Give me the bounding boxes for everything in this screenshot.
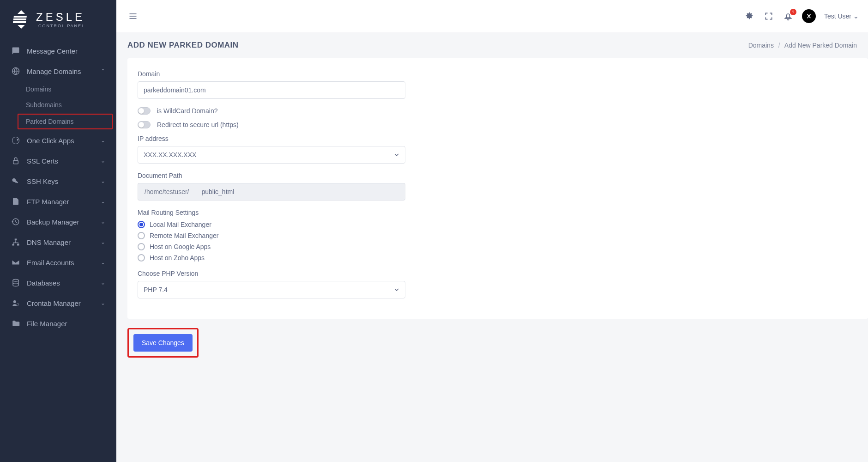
sidebar-sub-subdomains[interactable]: Subdomains [0,97,116,113]
svg-rect-8 [15,239,17,241]
svg-marker-0 [18,10,25,14]
lock-icon [11,156,20,165]
fullscreen-icon[interactable] [763,11,774,22]
chevron-up-icon: ⌃ [101,68,105,74]
chevron-down-icon: ⌄ [101,137,105,144]
radio-label: Host on Zoho Apps [150,254,205,261]
sidebar-item-ftp[interactable]: FTP Manager ⌄ [0,191,116,212]
svg-point-12 [13,300,16,303]
mail-routing-label: Mail Routing Settings [138,209,858,216]
user-avatar[interactable] [802,9,816,23]
logo-icon [11,9,31,30]
page-title: ADD NEW PARKED DOMAIN [127,41,239,50]
svg-rect-7 [13,160,18,164]
svg-point-11 [13,280,18,282]
sidebar-item-dns[interactable]: DNS Manager ⌄ [0,232,116,252]
chevron-down-icon: ⌄ [101,259,105,266]
breadcrumb-sep: / [778,42,780,49]
sidebar-label: FTP Manager [27,198,69,206]
svg-rect-10 [17,244,19,246]
sidebar-item-crontab[interactable]: Crontab Manager ⌄ [0,293,116,313]
sidebar-item-file-manager[interactable]: File Manager [0,313,116,334]
chevron-down-icon: ⌄ [101,198,105,205]
radio-local-mail[interactable]: Local Mail Exchanger [138,221,858,228]
form-card: Domain is WildCard Domain? Redirect to s… [127,58,868,319]
database-icon [11,278,20,287]
breadcrumb-root[interactable]: Domains [748,42,774,49]
sidebar-item-message-center[interactable]: Message Center [0,41,116,61]
sidebar-sub-domains[interactable]: Domains [0,81,116,97]
hamburger-icon[interactable] [127,11,139,22]
wildcard-label: is WildCard Domain? [157,107,217,115]
chevron-down-icon: ⌄ [101,280,105,286]
save-highlight: Save Changes [127,328,199,358]
redirect-label: Redirect to secure url (https) [157,121,239,128]
sidebar-item-databases[interactable]: Databases ⌄ [0,273,116,293]
svg-rect-3 [13,21,26,23]
page-header: ADD NEW PARKED DOMAIN Domains / Add New … [116,32,868,58]
breadcrumb: Domains / Add New Parked Domain [748,42,857,49]
radio-google-apps[interactable]: Host on Google Apps [138,243,858,250]
radio-icon [138,243,145,250]
sidebar-label: Message Center [27,47,78,55]
sidebar-label: DNS Manager [27,238,71,246]
svg-rect-2 [13,18,27,20]
save-button[interactable]: Save Changes [133,334,193,352]
radio-icon [138,254,145,261]
sidebar-label: Manage Domains [27,67,81,75]
php-label: Choose PHP Version [138,270,405,277]
sitemap-icon [11,237,20,247]
envelope-icon [11,258,20,267]
sidebar-label: Email Accounts [27,259,74,267]
docpath-input[interactable] [196,183,406,201]
brand-logo[interactable]: ZESLE CONTROL PANEL [0,0,116,39]
radio-remote-mail[interactable]: Remote Mail Exchanger [138,232,858,239]
sidebar-label: SSL Certs [27,157,58,165]
bell-icon[interactable]: ? [783,11,794,22]
sidebar-sub-parked-domains[interactable]: Parked Domains [18,114,113,129]
radio-icon [138,232,145,239]
sidebar-item-ssh[interactable]: SSH Keys ⌄ [0,171,116,191]
sidebar-item-one-click[interactable]: One Click Apps ⌄ [0,130,116,151]
file-icon [11,197,20,206]
chevron-down-icon: ⌄ [853,12,859,20]
history-icon [11,217,20,226]
folder-icon [11,319,20,328]
svg-rect-1 [13,16,27,18]
sidebar-item-backup[interactable]: Backup Manager ⌄ [0,212,116,232]
chevron-down-icon: ⌄ [101,300,105,306]
svg-rect-9 [12,244,15,246]
comment-icon [11,46,20,55]
key-icon [11,176,20,186]
sidebar-label: Databases [27,279,60,287]
svg-point-13 [17,304,19,306]
domain-input[interactable] [138,81,405,99]
sidebar-item-manage-domains[interactable]: Manage Domains ⌃ [0,61,116,81]
brand-subtitle: CONTROL PANEL [36,24,85,28]
svg-marker-4 [18,25,25,29]
chevron-down-icon: ⌄ [101,239,105,245]
sidebar-item-email[interactable]: Email Accounts ⌄ [0,252,116,273]
sidebar-label: One Click Apps [27,137,74,145]
wildcard-toggle[interactable] [138,107,151,115]
radio-label: Local Mail Exchanger [150,221,211,228]
chevron-down-icon: ⌄ [101,219,105,225]
sidebar-label: Backup Manager [27,218,79,226]
notification-badge: ? [790,9,796,15]
redirect-toggle[interactable] [138,121,151,128]
radio-zoho-apps[interactable]: Host on Zoho Apps [138,254,858,261]
sidebar-label: Crontab Manager [27,299,81,307]
sidebar: ZESLE CONTROL PANEL Message Center Manag… [0,0,116,462]
brand-title: ZESLE [36,11,85,24]
ip-select[interactable]: XXX.XX.XXX.XXX [138,146,405,164]
topbar: ? Test User ⌄ [116,0,868,32]
leaf-icon[interactable] [744,11,755,22]
users-cog-icon [11,298,20,308]
domain-label: Domain [138,70,405,78]
chevron-down-icon: ⌄ [101,158,105,164]
sidebar-label: File Manager [27,320,67,328]
sidebar-item-ssl[interactable]: SSL Certs ⌄ [0,151,116,171]
radio-icon [138,221,145,228]
php-select[interactable]: PHP 7.4 [138,281,405,298]
user-menu[interactable]: Test User ⌄ [824,12,859,20]
